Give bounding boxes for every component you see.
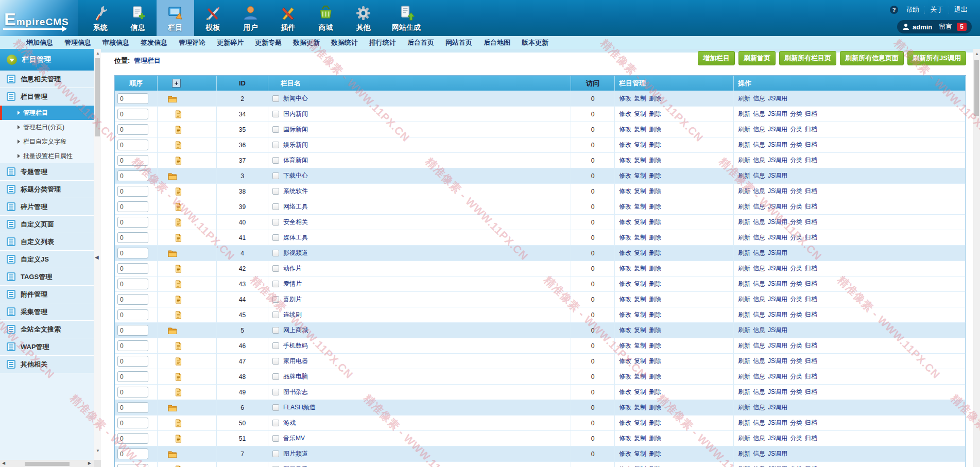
row-checkbox[interactable] [272, 358, 279, 365]
link-info[interactable]: 信息 [753, 310, 765, 319]
link-js-call[interactable]: JS调用 [768, 264, 787, 273]
scrollbar-thumb[interactable] [25, 462, 70, 466]
link-delete[interactable]: 删除 [649, 357, 661, 366]
nav-item-system[interactable]: 系统 [81, 0, 119, 36]
order-input[interactable] [117, 170, 148, 181]
link-js-call[interactable]: JS调用 [768, 218, 787, 227]
link-delete[interactable]: 删除 [649, 403, 661, 412]
link-delete[interactable]: 删除 [649, 388, 661, 396]
row-checkbox[interactable] [272, 203, 279, 210]
link-classify[interactable]: 分类 [790, 419, 802, 427]
link-info[interactable]: 信息 [753, 202, 765, 211]
link-modify[interactable]: 修改 [619, 141, 631, 149]
link-modify[interactable]: 修改 [619, 295, 631, 304]
link-modify[interactable]: 修改 [619, 403, 631, 412]
row-checkbox[interactable] [272, 126, 279, 133]
column-name-link[interactable]: 图片频道 [283, 449, 308, 458]
link-archive[interactable]: 归档 [805, 310, 817, 319]
order-input[interactable] [117, 201, 148, 212]
link-js-call[interactable]: JS调用 [768, 357, 787, 366]
link-refresh[interactable]: 刷新 [738, 388, 750, 396]
link-delete[interactable]: 删除 [649, 419, 661, 427]
link-delete[interactable]: 删除 [649, 233, 661, 242]
link-js-call[interactable]: JS调用 [768, 372, 787, 381]
nav-item-mall[interactable]: 商城 [307, 0, 345, 36]
link-delete[interactable]: 删除 [649, 110, 661, 118]
link-classify[interactable]: 分类 [790, 141, 802, 149]
link-delete[interactable]: 删除 [649, 156, 661, 165]
link-modify[interactable]: 修改 [619, 419, 631, 427]
link-copy[interactable]: 复制 [634, 125, 646, 134]
scrollbar-thumb[interactable] [95, 58, 100, 136]
link-info[interactable]: 信息 [753, 280, 765, 288]
row-checkbox[interactable] [272, 420, 279, 426]
link-js-call[interactable]: JS调用 [768, 310, 787, 319]
link-copy[interactable]: 复制 [634, 372, 646, 381]
link-delete[interactable]: 删除 [649, 202, 661, 211]
link-js-call[interactable]: JS调用 [768, 110, 787, 118]
column-name-link[interactable]: 网上商城 [283, 326, 308, 335]
messages-link[interactable]: 留言 [939, 22, 952, 31]
column-name-link[interactable]: 明星风采 [283, 465, 308, 467]
order-input[interactable] [117, 356, 148, 367]
column-name-link[interactable]: 动作片 [283, 264, 302, 273]
link-info[interactable]: 信息 [753, 372, 765, 381]
link-archive[interactable]: 归档 [805, 141, 817, 149]
order-input[interactable] [117, 387, 148, 397]
page-vertical-scrollbar[interactable]: ▲ [973, 49, 980, 467]
menubar-item-5[interactable]: 更新碎片 [211, 36, 249, 49]
link-copy[interactable]: 复制 [634, 326, 646, 335]
link-refresh[interactable]: 刷新 [738, 187, 750, 196]
link-modify[interactable]: 修改 [619, 171, 631, 180]
row-checkbox[interactable] [272, 234, 279, 241]
order-input[interactable] [117, 433, 148, 444]
link-copy[interactable]: 复制 [634, 233, 646, 242]
order-input[interactable] [117, 294, 148, 305]
link-refresh[interactable]: 刷新 [738, 434, 750, 443]
row-checkbox[interactable] [272, 451, 279, 457]
nav-item-column[interactable]: 栏目 [157, 0, 194, 36]
column-name-link[interactable]: 娱乐新闻 [283, 141, 308, 149]
link-refresh[interactable]: 刷新 [738, 233, 750, 242]
link-info[interactable]: 信息 [753, 465, 765, 467]
link-js-call[interactable]: JS调用 [768, 388, 787, 396]
sidebar-item-4[interactable]: 自定义列表 [0, 233, 94, 251]
nav-item-info[interactable]: 信息 [119, 0, 157, 36]
link-copy[interactable]: 复制 [634, 171, 646, 180]
link-info[interactable]: 信息 [753, 171, 765, 180]
link-copy[interactable]: 复制 [634, 434, 646, 443]
link-modify[interactable]: 修改 [619, 202, 631, 211]
link-archive[interactable]: 归档 [805, 341, 817, 350]
link-delete[interactable]: 删除 [649, 171, 661, 180]
link-refresh[interactable]: 刷新 [738, 326, 750, 335]
link-archive[interactable]: 归档 [805, 264, 817, 273]
link-js-call[interactable]: JS调用 [768, 434, 787, 443]
order-input[interactable] [117, 140, 148, 150]
link-delete[interactable]: 删除 [649, 187, 661, 196]
link-modify[interactable]: 修改 [619, 434, 631, 443]
column-name-link[interactable]: 网络工具 [283, 202, 308, 211]
link-modify[interactable]: 修改 [619, 357, 631, 366]
link-delete[interactable]: 删除 [649, 280, 661, 288]
column-name-link[interactable]: 安全相关 [283, 218, 308, 227]
link-js-call[interactable]: JS调用 [768, 280, 787, 288]
link-delete[interactable]: 删除 [649, 295, 661, 304]
logout-link[interactable]: 退出 [954, 5, 968, 14]
link-js-call[interactable]: JS调用 [768, 156, 787, 165]
order-input[interactable] [117, 309, 148, 320]
link-js-call[interactable]: JS调用 [768, 202, 787, 211]
link-modify[interactable]: 修改 [619, 388, 631, 396]
link-copy[interactable]: 复制 [634, 141, 646, 149]
sidebar-item-1[interactable]: 标题分类管理 [0, 181, 94, 198]
link-refresh[interactable]: 刷新 [738, 218, 750, 227]
column-name-link[interactable]: 游戏 [283, 419, 296, 427]
link-classify[interactable]: 分类 [790, 187, 802, 196]
scroll-up-arrow-icon[interactable]: ▲ [94, 51, 101, 56]
column-name-link[interactable]: 国际新闻 [283, 125, 308, 134]
column-name-link[interactable]: 手机数码 [283, 341, 308, 350]
menubar-item-2[interactable]: 审核信息 [97, 36, 135, 49]
link-js-call[interactable]: JS调用 [768, 465, 787, 467]
link-modify[interactable]: 修改 [619, 341, 631, 350]
link-copy[interactable]: 复制 [634, 280, 646, 288]
order-input[interactable] [117, 418, 148, 428]
